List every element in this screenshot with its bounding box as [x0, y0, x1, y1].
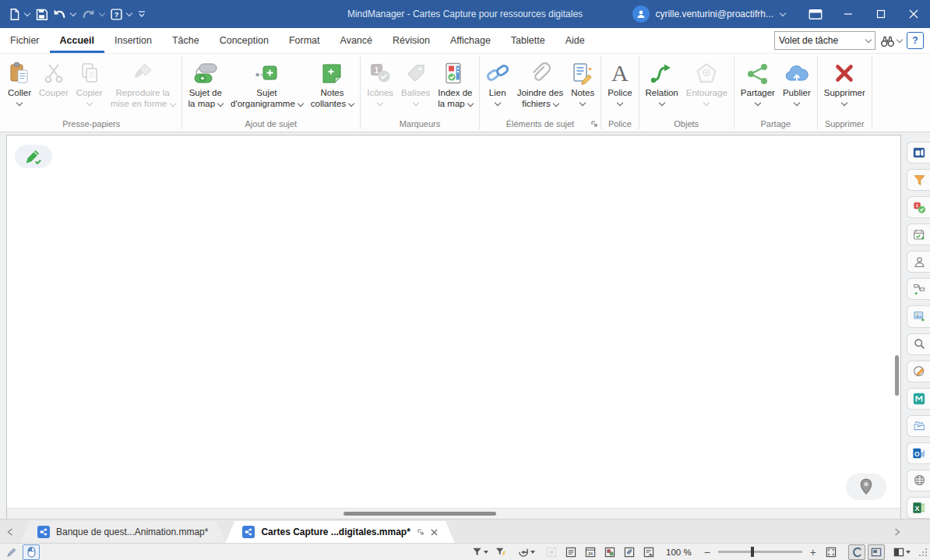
- undo-button[interactable]: [51, 5, 69, 23]
- tab-insertion[interactable]: Insertion: [104, 28, 162, 53]
- tab-scroll-right-button[interactable]: [894, 521, 900, 543]
- tab-accueil[interactable]: Accueil: [50, 28, 104, 53]
- vertical-scrollbar[interactable]: [895, 355, 899, 396]
- task-pane-select[interactable]: Volet de tâche: [774, 31, 875, 50]
- close-tab-icon[interactable]: [431, 529, 438, 536]
- org-chart-topic-button[interactable]: Sujet d'organigramme: [227, 58, 307, 111]
- sidebar-item-file-explorer[interactable]: [907, 415, 930, 437]
- account-menu[interactable]: cyrille.venturini@proactifrh...: [632, 5, 788, 23]
- sidebar-item-capture[interactable]: [907, 361, 930, 382]
- horizontal-scrollbar[interactable]: [343, 512, 496, 516]
- zoom-in-button[interactable]: +: [806, 546, 820, 558]
- marker-view-button[interactable]: [601, 544, 618, 560]
- location-pin-button[interactable]: [846, 474, 886, 500]
- sidebar-item-excel[interactable]: X: [907, 497, 930, 519]
- help-icon: ?: [110, 8, 123, 21]
- publish-button[interactable]: Publier: [779, 58, 815, 107]
- tab-avance[interactable]: Avancé: [330, 28, 382, 53]
- maximize-button[interactable]: [865, 0, 897, 28]
- map-topic-button[interactable]: Sujet de la map: [185, 58, 227, 111]
- sidebar-item-web[interactable]: [907, 470, 930, 491]
- snap-toggle-button[interactable]: [848, 544, 865, 560]
- ribbon: Coller Couper Copier: [0, 53, 930, 132]
- chevron-down-icon[interactable]: [24, 10, 30, 16]
- chevron-down-icon[interactable]: [99, 10, 105, 16]
- contextual-help-button[interactable]: ?: [907, 32, 924, 49]
- zoom-slider-thumb[interactable]: [751, 547, 754, 557]
- paste-button[interactable]: Coller: [4, 58, 35, 107]
- presentation-view-button[interactable]: [640, 544, 657, 560]
- document-tab-active[interactable]: Cartes Capture ...digitales.mmap*: [225, 521, 454, 543]
- sidebar-item-marker-icons[interactable]: 1: [907, 196, 930, 218]
- fit-map-button[interactable]: [823, 544, 840, 560]
- pen-mode-button[interactable]: [3, 544, 20, 560]
- status-filter-button[interactable]: [470, 544, 490, 560]
- new-document-button[interactable]: [6, 5, 23, 23]
- chevron-down-icon: [841, 100, 847, 106]
- zoom-slider[interactable]: [718, 551, 802, 553]
- sidebar-item-task-info[interactable]: [907, 142, 930, 164]
- sidebar-item-task-calendar[interactable]: [907, 224, 930, 245]
- mouse-mode-button[interactable]: [23, 544, 40, 560]
- tag-view-button[interactable]: [621, 544, 638, 560]
- sidebar-item-image-library[interactable]: [907, 305, 930, 327]
- schedule-view-button[interactable]: 24: [582, 544, 599, 560]
- sidebar-item-map-parts[interactable]: [907, 278, 930, 300]
- chevron-down-icon[interactable]: [70, 10, 76, 16]
- sidebar-item-outlook[interactable]: O: [907, 442, 930, 464]
- document-tab[interactable]: Banque de quest...Animation.mmap*: [20, 521, 225, 543]
- add-view-icon: [518, 547, 529, 558]
- help-button[interactable]: ?: [108, 5, 125, 23]
- edit-mode-indicator[interactable]: [15, 145, 52, 168]
- attach-files-button[interactable]: Joindre des fichiers: [513, 58, 567, 111]
- relationship-button[interactable]: Relation: [642, 58, 682, 107]
- share-button[interactable]: Partager: [737, 58, 779, 107]
- sticky-notes-button[interactable]: Notes collantes: [307, 58, 358, 111]
- tab-tache[interactable]: Tâche: [162, 28, 210, 53]
- map-canvas[interactable]: [6, 135, 901, 519]
- sidebar-item-snap[interactable]: [907, 388, 930, 410]
- sidebar-item-filter[interactable]: [907, 169, 930, 191]
- power-filter-icon: [495, 547, 506, 557]
- minimize-button[interactable]: [832, 0, 865, 28]
- tab-tablette[interactable]: Tablette: [501, 28, 555, 53]
- map-parts-icon: [913, 283, 926, 296]
- map-index-icon: [444, 60, 466, 86]
- font-button[interactable]: A Police: [604, 58, 636, 107]
- sidebar-item-resources[interactable]: [907, 251, 930, 273]
- task-pane-tabs: 1: [903, 132, 930, 519]
- save-button[interactable]: [33, 5, 50, 23]
- map-index-button[interactable]: Index de la map: [434, 58, 477, 111]
- group-label: Marqueurs: [363, 115, 477, 132]
- tab-format[interactable]: Format: [279, 28, 330, 53]
- tab-aide[interactable]: Aide: [555, 28, 595, 53]
- close-button[interactable]: [897, 0, 930, 28]
- group-police: A Police Police: [601, 54, 638, 132]
- paste-icon: [8, 60, 31, 86]
- redo-button[interactable]: [79, 5, 97, 23]
- theme-button[interactable]: [892, 544, 912, 560]
- notes-button[interactable]: Notes: [567, 58, 598, 107]
- outline-view-button[interactable]: [562, 544, 579, 560]
- add-view-button[interactable]: [516, 544, 537, 560]
- popout-tab-icon[interactable]: [417, 528, 424, 536]
- power-filter-button[interactable]: [492, 544, 509, 560]
- tab-fichier[interactable]: Fichier: [0, 28, 50, 53]
- format-painter-icon: [131, 60, 154, 86]
- find-button[interactable]: [880, 34, 902, 48]
- window-preview-button[interactable]: [799, 0, 832, 28]
- zoom-out-button[interactable]: −: [700, 546, 714, 558]
- sidebar-item-search[interactable]: [907, 333, 930, 355]
- tab-revision[interactable]: Révision: [382, 28, 440, 53]
- chevron-down-icon[interactable]: [126, 10, 132, 16]
- dialog-launcher-icon[interactable]: [590, 120, 598, 128]
- tab-conception[interactable]: Conception: [210, 28, 279, 53]
- tab-affichage[interactable]: Affichage: [440, 28, 501, 53]
- horizontal-scrollbar-track[interactable]: [7, 508, 900, 519]
- customize-quick-access-button[interactable]: [136, 7, 148, 21]
- layout-toggle-button[interactable]: [868, 544, 885, 560]
- delete-button[interactable]: Supprimer: [820, 58, 869, 107]
- tab-scroll-left-button[interactable]: [0, 521, 20, 543]
- link-button[interactable]: Lien: [482, 58, 513, 107]
- resize-grip[interactable]: [919, 548, 927, 556]
